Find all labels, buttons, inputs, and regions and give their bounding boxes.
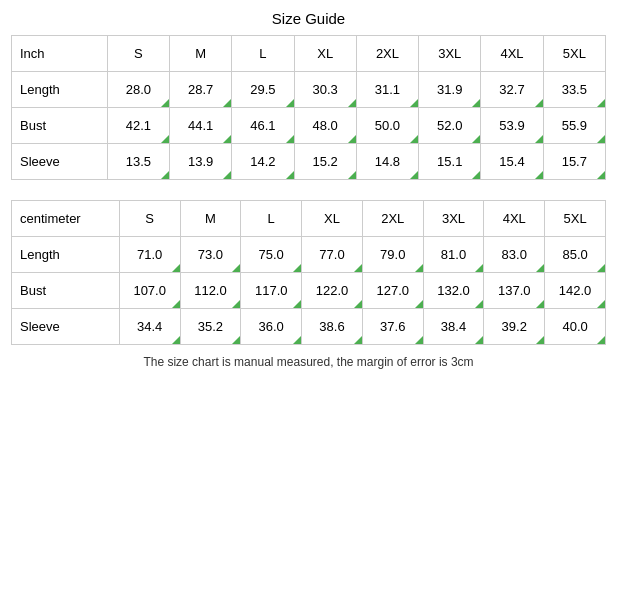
table-cell: 75.0 xyxy=(241,237,302,273)
table-cell: 73.0 xyxy=(180,237,241,273)
table-cell: 77.0 xyxy=(302,237,363,273)
table-cell: 53.9 xyxy=(481,108,543,144)
row-label: Length xyxy=(12,72,108,108)
table-cell: 13.9 xyxy=(170,144,232,180)
col-size-header: 5XL xyxy=(545,201,606,237)
table-cell: 28.7 xyxy=(170,72,232,108)
table-cell: 38.4 xyxy=(423,309,484,345)
table-cell: 52.0 xyxy=(419,108,481,144)
table-cell: 15.2 xyxy=(294,144,356,180)
table-cell: 37.6 xyxy=(362,309,423,345)
row-label: Length xyxy=(12,237,120,273)
footer-note: The size chart is manual measured, the m… xyxy=(11,355,606,369)
table-cell: 38.6 xyxy=(302,309,363,345)
table-cell: 83.0 xyxy=(484,237,545,273)
row-label: Bust xyxy=(12,273,120,309)
table-cell: 112.0 xyxy=(180,273,241,309)
col-size-header: 5XL xyxy=(543,36,605,72)
page-title: Size Guide xyxy=(272,10,345,27)
col-size-header: L xyxy=(232,36,294,72)
table-cell: 42.1 xyxy=(107,108,169,144)
table-cell: 29.5 xyxy=(232,72,294,108)
table-cell: 13.5 xyxy=(107,144,169,180)
table-cell: 30.3 xyxy=(294,72,356,108)
table-cell: 55.9 xyxy=(543,108,605,144)
row-label: Sleeve xyxy=(12,144,108,180)
table-cell: 107.0 xyxy=(119,273,180,309)
table-cell: 31.1 xyxy=(356,72,418,108)
col-size-header: S xyxy=(119,201,180,237)
table-cell: 35.2 xyxy=(180,309,241,345)
col-size-header: 4XL xyxy=(481,36,543,72)
table-cell: 127.0 xyxy=(362,273,423,309)
table-cell: 40.0 xyxy=(545,309,606,345)
col-size-header: 2XL xyxy=(356,36,418,72)
table-cell: 31.9 xyxy=(419,72,481,108)
table-cell: 79.0 xyxy=(362,237,423,273)
table-cell: 142.0 xyxy=(545,273,606,309)
col-size-header: L xyxy=(241,201,302,237)
col-size-header: 3XL xyxy=(419,36,481,72)
table-cell: 15.7 xyxy=(543,144,605,180)
table-cell: 44.1 xyxy=(170,108,232,144)
cm-table: centimeterSMLXL2XL3XL4XL5XLLength71.073.… xyxy=(11,200,606,345)
col-size-header: XL xyxy=(302,201,363,237)
table-cell: 137.0 xyxy=(484,273,545,309)
row-label: Sleeve xyxy=(12,309,120,345)
col-unit-header: centimeter xyxy=(12,201,120,237)
table-cell: 33.5 xyxy=(543,72,605,108)
table-cell: 36.0 xyxy=(241,309,302,345)
col-size-header: 2XL xyxy=(362,201,423,237)
col-size-header: M xyxy=(180,201,241,237)
col-size-header: 4XL xyxy=(484,201,545,237)
row-label: Bust xyxy=(12,108,108,144)
inch-table: InchSMLXL2XL3XL4XL5XLLength28.028.729.53… xyxy=(11,35,606,180)
table-cell: 14.2 xyxy=(232,144,294,180)
table-cell: 28.0 xyxy=(107,72,169,108)
col-size-header: S xyxy=(107,36,169,72)
table-cell: 15.1 xyxy=(419,144,481,180)
col-size-header: 3XL xyxy=(423,201,484,237)
col-size-header: XL xyxy=(294,36,356,72)
table-cell: 34.4 xyxy=(119,309,180,345)
table-cell: 39.2 xyxy=(484,309,545,345)
table-cell: 48.0 xyxy=(294,108,356,144)
table-cell: 14.8 xyxy=(356,144,418,180)
table-cell: 32.7 xyxy=(481,72,543,108)
table-cell: 122.0 xyxy=(302,273,363,309)
table-cell: 117.0 xyxy=(241,273,302,309)
table-cell: 46.1 xyxy=(232,108,294,144)
table-cell: 132.0 xyxy=(423,273,484,309)
table-cell: 71.0 xyxy=(119,237,180,273)
col-unit-header: Inch xyxy=(12,36,108,72)
table-cell: 50.0 xyxy=(356,108,418,144)
col-size-header: M xyxy=(170,36,232,72)
table-cell: 15.4 xyxy=(481,144,543,180)
table-cell: 85.0 xyxy=(545,237,606,273)
table-cell: 81.0 xyxy=(423,237,484,273)
